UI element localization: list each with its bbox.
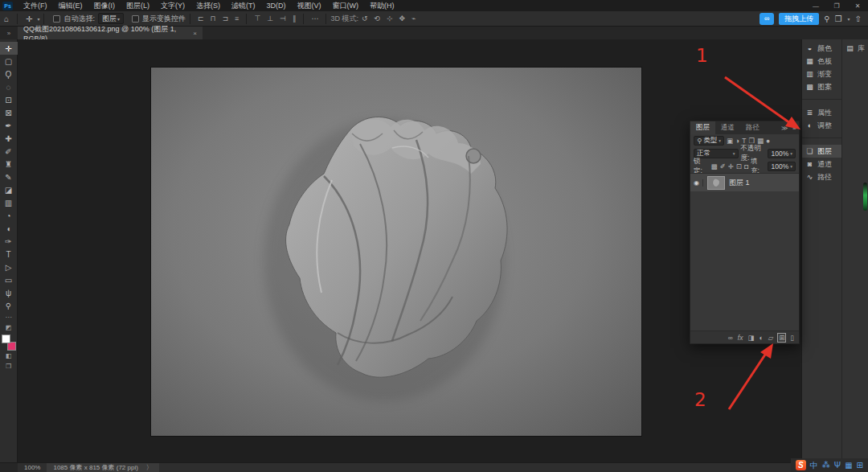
opacity-field[interactable]: 100% ▾ <box>768 149 796 158</box>
filter-adjustment-layers-icon[interactable]: ◑ <box>735 137 739 145</box>
tab-channels[interactable]: 通道 <box>715 121 740 134</box>
menu-view[interactable]: 视图(V) <box>292 0 327 11</box>
plugin-logo-icon[interactable]: ∞ <box>760 13 774 25</box>
new-group-icon[interactable]: ▱ <box>768 334 774 342</box>
canvas-area[interactable] <box>18 39 801 462</box>
plugin-upload-button[interactable]: 拖拽上传 <box>779 13 819 25</box>
foreground-color-swatch[interactable] <box>2 335 10 343</box>
menu-type[interactable]: 文字(Y) <box>155 0 190 11</box>
auto-select-target-dropdown[interactable]: 图层 ▾ <box>98 13 124 24</box>
menu-layer[interactable]: 图层(L) <box>121 0 155 11</box>
panel-libraries[interactable]: ▤库 <box>842 42 868 55</box>
tab-close-icon[interactable]: × <box>193 30 197 37</box>
layer-name[interactable]: 图层 1 <box>729 178 750 188</box>
minimize-button[interactable]: — <box>805 0 826 11</box>
more-options-icon[interactable]: ⋯ <box>308 14 321 23</box>
eyedropper-tool[interactable]: ✒ <box>0 119 18 132</box>
lock-all-icon[interactable]: ◘ <box>744 162 748 170</box>
edit-toolbar-icon[interactable]: ⋯ <box>0 312 18 322</box>
eraser-tool[interactable]: ◪ <box>0 183 18 196</box>
align-left-icon[interactable]: ⊏ <box>194 14 207 23</box>
document-image[interactable] <box>151 68 641 436</box>
align-middle-icon[interactable]: ≡ <box>231 14 242 23</box>
share-icon[interactable]: ⇧ <box>855 14 862 23</box>
panel-menu-icon[interactable]: ≡ <box>790 121 799 134</box>
shape-tool[interactable]: ▭ <box>0 273 18 286</box>
dodge-tool[interactable]: ◖ <box>0 222 18 235</box>
chinese-mode-icon[interactable]: 中 <box>810 460 818 471</box>
auto-select-checkbox[interactable] <box>53 15 60 23</box>
pen-tool[interactable]: ✑ <box>0 235 18 248</box>
lasso-tool[interactable]: Ϙ <box>0 68 18 80</box>
layer-row[interactable]: ◉ 图层 1 <box>690 174 799 191</box>
menu-filter[interactable]: 滤镜(T) <box>226 0 261 11</box>
layer-mask-icon[interactable]: ◨ <box>747 334 754 342</box>
link-layers-icon[interactable]: ∞ <box>728 334 733 342</box>
menu-3d[interactable]: 3D(D) <box>261 0 292 11</box>
panel-channels[interactable]: ◙通道 <box>802 158 841 170</box>
path-select-tool[interactable]: ▷ <box>0 261 18 273</box>
crop-tool[interactable]: ⊡ <box>0 93 18 106</box>
align-bottom-icon[interactable]: ⊥ <box>264 14 276 23</box>
frame-tool[interactable]: ⊠ <box>0 106 18 119</box>
menu-edit[interactable]: 编辑(E) <box>53 0 88 11</box>
move-tool[interactable]: ✛ <box>0 42 18 55</box>
document-tab[interactable]: QQ截图20210806130612.png @ 100% (图层 1, RGB… <box>18 27 203 39</box>
panel-gradients[interactable]: ▥渐变 <box>802 68 841 80</box>
filter-type-dropdown[interactable]: ⚲ 类型 ▾ <box>694 136 724 146</box>
distribute-vertical-icon[interactable]: ∥ <box>289 14 300 23</box>
soft-keyboard-icon[interactable]: ▦ <box>845 461 852 470</box>
menu-file[interactable]: 文件(F) <box>18 0 53 11</box>
quick-selection-tool[interactable]: ◌ <box>0 80 18 93</box>
show-transform-checkbox[interactable] <box>132 15 139 23</box>
tab-overflow-icon[interactable]: » <box>0 30 18 39</box>
panel-paths[interactable]: ∿路径 <box>802 170 841 183</box>
toolbox-icon[interactable]: ⊞ <box>857 461 863 470</box>
menu-image[interactable]: 图像(I) <box>88 0 121 11</box>
layer-thumbnail[interactable] <box>707 176 725 190</box>
panel-color[interactable]: ◒颜色 <box>802 42 841 55</box>
filter-pixel-layers-icon[interactable]: ▣ <box>727 137 733 145</box>
adjustment-layer-icon[interactable]: ◐ <box>760 334 764 342</box>
chevron-down-icon[interactable]: ▾ <box>37 16 39 22</box>
align-top-icon[interactable]: ⊤ <box>251 14 264 23</box>
lock-pixels-icon[interactable]: ✐ <box>720 162 726 170</box>
3d-scale-icon[interactable]: ⌁ <box>408 14 419 23</box>
brush-tool[interactable]: ✐ <box>0 145 18 158</box>
panel-patterns[interactable]: ▩图案 <box>802 80 841 93</box>
zoom-level-field[interactable]: 100% <box>18 464 47 471</box>
marquee-tool[interactable]: ▢ <box>0 55 18 68</box>
lock-artboard-icon[interactable]: ⊡ <box>736 162 742 170</box>
healing-brush-tool[interactable]: ✚ <box>0 132 18 145</box>
menu-select[interactable]: 选择(S) <box>190 0 226 11</box>
tab-layers[interactable]: 图层 <box>690 121 715 134</box>
3d-orbit-icon[interactable]: ↺ <box>358 14 371 23</box>
sogou-logo-icon[interactable]: S <box>796 460 806 470</box>
lock-transparent-icon[interactable]: ▩ <box>710 162 717 170</box>
menu-help[interactable]: 帮助(H) <box>364 0 400 11</box>
default-swatches-icon[interactable]: ◩ <box>0 322 18 333</box>
lock-position-icon[interactable]: ✛ <box>728 162 734 170</box>
3d-pan-icon[interactable]: ⊹ <box>383 14 396 23</box>
filter-toggle-icon[interactable]: ● <box>766 137 770 145</box>
distribute-horizontal-icon[interactable]: ⊣ <box>276 14 289 23</box>
blur-tool[interactable]: ◔ <box>0 209 18 222</box>
panel-layers[interactable]: ❏图层 <box>802 145 841 158</box>
layer-effects-icon[interactable]: fx <box>738 334 743 342</box>
screen-mode-button[interactable]: ❒ <box>0 361 18 371</box>
gradient-tool[interactable]: ▥ <box>0 196 18 209</box>
fill-field[interactable]: 100% ▾ <box>768 162 796 171</box>
clone-stamp-tool[interactable]: ♜ <box>0 158 18 170</box>
align-center-icon[interactable]: ⊓ <box>207 14 219 23</box>
punctuation-icon[interactable]: ⁂ <box>822 461 830 470</box>
zoom-tool[interactable]: ⚲ <box>0 299 18 312</box>
voice-input-icon[interactable]: Ψ <box>834 461 841 470</box>
menu-window[interactable]: 窗口(W) <box>327 0 365 11</box>
status-expand-icon[interactable]: 〉 <box>146 463 153 472</box>
align-right-icon[interactable]: ⊐ <box>219 14 232 23</box>
history-brush-tool[interactable]: ✎ <box>0 170 18 183</box>
hand-tool[interactable]: ψ <box>0 286 18 299</box>
type-tool[interactable]: T <box>0 248 18 261</box>
workspace-switcher-icon[interactable]: ❒ <box>835 14 842 23</box>
move-tool-icon[interactable]: ✛ <box>22 14 36 23</box>
